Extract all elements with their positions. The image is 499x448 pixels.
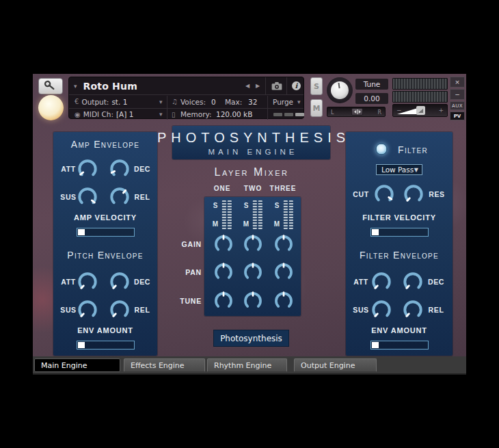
mini-meter <box>284 113 293 116</box>
tab-main-engine[interactable]: Main Engine <box>34 358 120 372</box>
pv-button[interactable]: PV <box>450 111 465 120</box>
max-label: Max: <box>225 98 242 106</box>
tab-output-engine[interactable]: Output Engine <box>294 358 377 372</box>
layer-one-mute-button[interactable]: M <box>213 220 218 228</box>
layer-one-solo-button[interactable]: S <box>213 202 218 209</box>
fenv-amount-slider[interactable] <box>370 341 429 350</box>
tab-effects-engine[interactable]: Effects Engine <box>124 358 205 372</box>
edit-wrench-button[interactable] <box>38 78 63 94</box>
screen: ▾ Roto Hum ◀ ▶ i <box>0 0 499 448</box>
column-two-label: TWO <box>244 185 262 192</box>
tab-rhythm-engine[interactable]: Rhythm Engine <box>207 358 287 372</box>
solo-label: S <box>314 82 319 91</box>
snapshot-camera-icon[interactable] <box>271 82 282 92</box>
layer-three-solo-button[interactable]: S <box>275 202 280 209</box>
amp-sustain-knob[interactable] <box>75 185 100 209</box>
tune-row-label: TUNE <box>180 297 202 305</box>
divider <box>267 96 268 120</box>
master-tune-knob[interactable] <box>327 77 353 103</box>
gain-knob-three[interactable] <box>272 233 295 256</box>
volume-wedge <box>393 105 447 116</box>
aux-label: AUX <box>452 103 463 109</box>
pitch-att-label: ATT <box>61 278 75 286</box>
engine-tab-bar: Main Engine Effects Engine Rhythm Engine… <box>33 356 466 375</box>
tab-label: Output Engine <box>301 361 355 370</box>
midi-value[interactable]: [A] 1 <box>116 110 133 118</box>
tab-label: Effects Engine <box>131 361 185 370</box>
header-mini-meters <box>271 113 304 116</box>
solo-button[interactable]: S <box>310 77 323 95</box>
filter-resonance-knob[interactable] <box>401 182 426 207</box>
fenv-rel-label: REL <box>429 306 444 314</box>
pitch-attack-knob[interactable] <box>75 269 100 294</box>
pitch-release-knob[interactable] <box>107 298 132 322</box>
tune-label: Tune <box>364 80 381 88</box>
gain-knob-two[interactable] <box>241 233 265 256</box>
pan-knob-one[interactable] <box>212 261 235 284</box>
minimize-icon[interactable]: − <box>450 89 465 100</box>
tune-knob-three[interactable] <box>272 289 295 313</box>
pitch-decay-knob[interactable] <box>107 269 132 294</box>
tune-knob-pointer <box>338 83 340 88</box>
layer-three-mute-button[interactable]: M <box>274 220 280 228</box>
header-midi-row: ◉ MIDI Ch: [A] 1 ▾ ▯ Memory: 120.00 kB <box>69 108 304 120</box>
filter-velocity-slider[interactable] <box>370 228 429 237</box>
gain-knob-one[interactable] <box>212 233 235 256</box>
layer-two-mute-button[interactable]: M <box>243 220 249 228</box>
tune-value-box[interactable]: 0.00 <box>355 93 388 104</box>
tune-knob-two[interactable] <box>241 289 265 313</box>
instrument-name[interactable]: Roto Hum <box>83 81 137 92</box>
mini-meter <box>295 113 304 116</box>
prev-instrument-icon[interactable]: ◀ <box>245 83 250 89</box>
filter-velocity-fill <box>372 229 379 235</box>
filter-enable-led[interactable] <box>376 144 388 155</box>
pitch-sustain-knob[interactable] <box>75 298 100 322</box>
amp-sus-label: SUS <box>60 193 76 201</box>
output-dropdown-caret[interactable]: ▾ <box>159 98 163 105</box>
pitch-rel-label: REL <box>135 306 150 314</box>
divider <box>265 77 266 95</box>
amp-release-knob[interactable] <box>107 185 132 209</box>
fenv-decay-knob[interactable] <box>401 269 425 294</box>
filter-cutoff-knob[interactable] <box>372 182 396 207</box>
purge-dropdown-caret[interactable]: ▾ <box>297 98 301 105</box>
aux-button[interactable]: AUX <box>450 101 465 110</box>
divider <box>167 96 167 120</box>
pan-knob-two[interactable] <box>241 261 265 284</box>
fenv-sustain-knob[interactable] <box>369 298 394 322</box>
next-instrument-icon[interactable]: ▶ <box>256 83 260 89</box>
preset-name-button[interactable]: Photosynthesis <box>213 330 289 347</box>
header-output-row: € Output: st. 1 ▾ ♫ Voices: 0 Max: 32 Pu… <box>69 96 304 107</box>
pan-slider[interactable]: L R <box>327 107 386 117</box>
fenv-attack-knob[interactable] <box>369 269 394 294</box>
purge-button[interactable]: Purge <box>273 98 293 106</box>
mute-button[interactable]: M <box>310 99 323 117</box>
mini-meter <box>273 113 282 116</box>
amp-velocity-slider[interactable] <box>77 228 135 237</box>
midi-dropdown-caret[interactable]: ▾ <box>159 111 163 118</box>
info-icon[interactable]: i <box>292 81 301 90</box>
pitch-env-amount-label: ENV AMOUNT <box>77 326 133 334</box>
pan-knob-three[interactable] <box>272 261 295 284</box>
voices-label: Voices: <box>180 98 206 106</box>
amp-dec-label: DEC <box>134 165 150 173</box>
output-value[interactable]: st. 1 <box>111 98 127 106</box>
instrument-dropdown-caret[interactable]: ▾ <box>74 83 77 90</box>
pitch-env-amount-slider[interactable] <box>77 341 135 350</box>
pan-handle[interactable] <box>351 108 363 116</box>
filter-type-dropdown[interactable]: Low Pass ▼ <box>376 164 422 175</box>
pv-label: PV <box>454 114 461 119</box>
pitch-env-amount-fill <box>78 342 85 348</box>
layer-one-meter-l <box>222 200 226 229</box>
tune-knob-one[interactable] <box>212 289 235 313</box>
fenv-att-label: ATT <box>353 278 368 286</box>
layer-two-meter-r <box>258 200 262 229</box>
volume-slider[interactable]: − + <box>392 104 448 117</box>
filter-panel: Filter Low Pass ▼ CUT RES FILTER VELOCIT… <box>346 132 453 356</box>
amp-decay-knob[interactable] <box>107 157 132 181</box>
amp-attack-knob[interactable] <box>75 157 100 181</box>
close-icon[interactable]: × <box>450 77 465 88</box>
memory-value: 120.00 kB <box>216 110 252 118</box>
layer-two-solo-button[interactable]: S <box>244 202 249 209</box>
fenv-release-knob[interactable] <box>401 298 425 322</box>
